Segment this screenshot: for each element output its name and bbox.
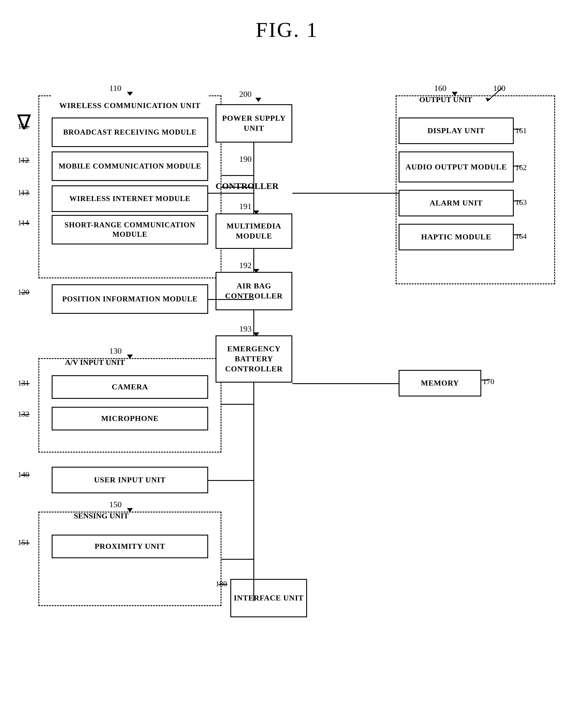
label-190: 190 — [239, 155, 252, 164]
label-160: 160 — [434, 84, 446, 93]
sensing-dashed — [38, 512, 221, 606]
arrow-200 — [255, 98, 261, 102]
label-200: 200 — [239, 89, 252, 99]
display-box: DISPLAY UNIT — [399, 118, 514, 144]
line-backbone-interface — [253, 383, 254, 586]
alarm-box: ALARM UNIT — [399, 190, 514, 216]
audio-output-box: AUDIO OUTPUT MODULE — [399, 152, 514, 182]
label-193: 193 — [239, 324, 252, 334]
wireless-internet-box: WIRELESS INTERNET MODULE — [52, 185, 208, 212]
mobile-comm-box: MOBILE COMMUNICATION MODULE — [52, 152, 208, 181]
line-110-ctrl — [221, 187, 254, 188]
label-191: 191 — [239, 202, 252, 211]
label-164: 164 — [515, 232, 527, 241]
arrow-130 — [127, 354, 133, 359]
haptic-box: HAPTIC MODULE — [399, 224, 514, 250]
label-170: 170 — [483, 377, 494, 386]
av-input-label: A/V INPUT UNIT — [65, 358, 125, 367]
line-wireless-ctrl — [221, 193, 254, 194]
antenna-icon: ∇ — [17, 110, 31, 134]
interface-box: INTERFACE UNIT — [230, 579, 307, 617]
line-power-backbone — [253, 142, 254, 155]
wireless-comm-label: WIRELESS COMMUNICATION UNIT — [52, 95, 208, 116]
line-wireless-left — [208, 193, 223, 194]
line-ctrl-output — [292, 193, 399, 194]
multimedia-box: MULTIMEDIA MODULE — [215, 213, 292, 249]
controller-label: CONTROLLER — [215, 181, 279, 191]
sensing-label: SENSING UNIT — [74, 512, 129, 520]
power-supply-box: POWER SUPPLY UNIT — [215, 104, 292, 142]
page-title: FIG. 1 — [0, 0, 574, 60]
label-162: 162 — [515, 163, 527, 172]
line-130-ctrl — [221, 404, 254, 405]
proximity-box: PROXIMITY UNIT — [52, 534, 208, 558]
short-range-box: SHORT-RANGE COMMUNICATION MODULE — [52, 215, 208, 245]
line-wdash-backbone — [221, 175, 254, 176]
emergency-box: EMERGENCY BATTERY CONTROLLER — [215, 335, 292, 383]
output-label: OUTPUT UNIT — [419, 95, 472, 104]
label-110: 110 — [109, 84, 121, 93]
label-130: 130 — [109, 346, 122, 356]
label-150: 150 — [109, 500, 122, 509]
line-ctrl-memory — [292, 383, 399, 384]
diagram: 110 130 150 160 WIRELESS COMMUNICATION U… — [0, 60, 574, 728]
position-info-box: POSITION INFORMATION MODULE — [52, 284, 208, 314]
line-interface-down — [253, 586, 254, 601]
air-bag-box: AIR BAG CONTROLLER — [215, 272, 292, 310]
broadcast-box: BROADCAST RECEIVING MODULE — [52, 118, 208, 147]
label-161: 161 — [515, 126, 527, 135]
line-120-ctrl — [208, 299, 254, 300]
user-input-box: USER INPUT UNIT — [52, 467, 208, 493]
line-140-ctrl — [208, 480, 254, 481]
line-150-ctrl — [221, 559, 254, 560]
label-192: 192 — [239, 261, 252, 270]
microphone-box: MICROPHONE — [52, 407, 208, 430]
av-input-dashed — [38, 358, 221, 453]
memory-box: MEMORY — [399, 370, 481, 396]
camera-box: CAMERA — [52, 375, 208, 399]
label-163: 163 — [515, 198, 527, 207]
arrow-100-svg — [478, 85, 508, 103]
